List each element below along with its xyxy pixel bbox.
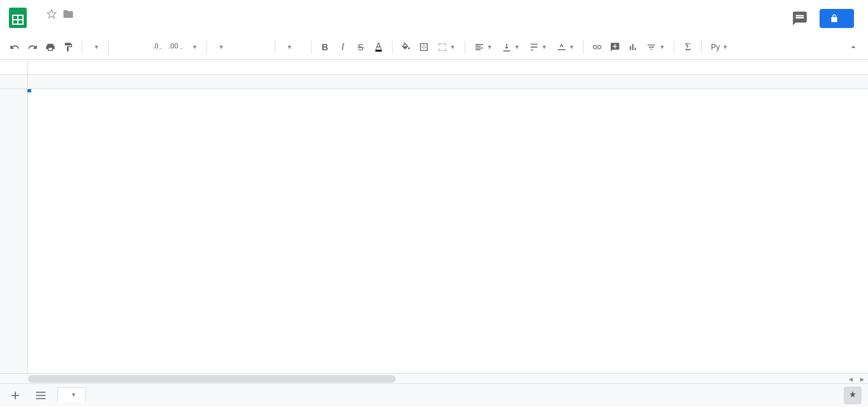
sheets-logo[interactable] (5, 5, 31, 31)
fill-color-button[interactable] (398, 39, 414, 55)
font-size-select[interactable]: ▼ (280, 39, 306, 55)
menu-help[interactable] (127, 24, 138, 29)
vertical-align-button[interactable]: ▼ (498, 39, 524, 55)
menu-format[interactable] (82, 24, 92, 29)
folder-icon[interactable] (62, 8, 74, 20)
sheet-tabs-bar: ▼ (0, 383, 868, 406)
font-select[interactable]: ▼ (212, 39, 270, 55)
filter-button[interactable]: ▼ (642, 39, 669, 55)
horizontal-align-button[interactable]: ▼ (470, 39, 496, 55)
insert-comment-button[interactable] (607, 39, 623, 55)
select-all-corner[interactable] (0, 75, 28, 89)
add-sheet-button[interactable] (6, 387, 24, 404)
horizontal-scrollbar[interactable]: ◄ ► (0, 373, 868, 383)
italic-button[interactable]: I (335, 39, 351, 55)
print-button[interactable] (42, 39, 59, 55)
percent-button[interactable] (132, 39, 148, 55)
menu-tools[interactable] (105, 24, 115, 29)
scroll-right-button[interactable]: ► (857, 374, 868, 384)
menu-file[interactable] (36, 24, 46, 29)
cell-selection (28, 89, 31, 92)
sheet-tab-menu-icon[interactable]: ▼ (71, 392, 76, 398)
menu-bar (36, 24, 792, 29)
increase-decimal-button[interactable]: .00→ (168, 39, 184, 55)
formula-input[interactable] (28, 60, 868, 75)
menu-data[interactable] (93, 24, 103, 29)
text-color-button[interactable]: A (370, 39, 387, 55)
text-wrap-button[interactable]: ▼ (525, 39, 551, 55)
borders-button[interactable] (416, 39, 432, 55)
paint-format-button[interactable] (60, 39, 76, 55)
menu-insert[interactable] (70, 24, 80, 29)
bold-button[interactable]: B (317, 39, 333, 55)
input-method-button[interactable]: Ру▼ (707, 39, 732, 55)
star-icon[interactable] (46, 8, 57, 20)
lock-icon (830, 14, 839, 23)
collapse-toolbar-button[interactable] (845, 39, 862, 55)
scroll-left-button[interactable]: ◄ (845, 374, 857, 384)
insert-chart-button[interactable] (625, 39, 641, 55)
strikethrough-button[interactable]: S (352, 39, 369, 55)
comments-icon[interactable] (792, 10, 808, 27)
menu-addons[interactable] (116, 24, 126, 29)
currency-button[interactable] (114, 39, 131, 55)
decrease-decimal-button[interactable]: .0← (150, 39, 166, 55)
text-rotation-button[interactable]: ▼ (553, 39, 579, 55)
selection-handle[interactable] (27, 89, 31, 92)
insert-link-button[interactable] (589, 39, 605, 55)
menu-view[interactable] (59, 24, 69, 29)
all-sheets-button[interactable] (32, 387, 50, 404)
toolbar: ▼ .0← .00→ ▼ ▼ ▼ B I S A ▼ ▼ ▼ ▼ ▼ ▼ Σ Р… (0, 34, 868, 60)
document-title[interactable] (36, 13, 41, 15)
formula-bar (0, 60, 868, 75)
fx-label[interactable] (0, 60, 28, 75)
redo-button[interactable] (24, 39, 41, 55)
undo-button[interactable] (6, 39, 23, 55)
share-button[interactable] (820, 9, 854, 28)
zoom-select[interactable]: ▼ (87, 39, 103, 55)
number-format-select[interactable]: ▼ (185, 39, 201, 55)
functions-button[interactable]: Σ (679, 39, 696, 55)
explore-button[interactable] (844, 387, 862, 404)
spreadsheet-grid (0, 75, 868, 373)
sheet-tab[interactable]: ▼ (57, 387, 86, 402)
merge-cells-button[interactable]: ▼ (433, 39, 459, 55)
menu-edit[interactable] (47, 24, 57, 29)
